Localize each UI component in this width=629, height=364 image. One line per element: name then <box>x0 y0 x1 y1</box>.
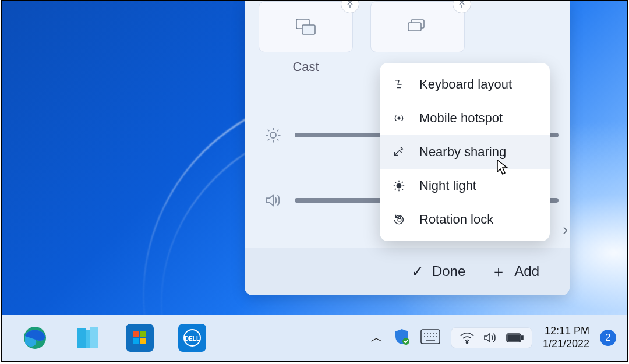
cast-tile[interactable] <box>259 1 353 52</box>
svg-rect-22 <box>508 335 520 341</box>
notifications-badge[interactable]: 2 <box>600 330 616 346</box>
menu-item-keyboard-layout[interactable]: Keyboard layout <box>380 68 550 101</box>
touch-keyboard-icon[interactable] <box>420 329 440 347</box>
menu-item-label: Night light <box>419 178 476 193</box>
microsoft-store-icon[interactable] <box>126 324 154 352</box>
plus-icon: ＋ <box>491 261 506 282</box>
unpin-project-button[interactable] <box>453 0 471 13</box>
done-label: Done <box>432 263 465 280</box>
menu-item-label: Nearby sharing <box>419 144 506 160</box>
add-button[interactable]: ＋ Add <box>491 261 539 282</box>
menu-item-night-light[interactable]: Night light <box>380 169 550 203</box>
battery-icon <box>506 333 524 343</box>
cast-tile-label: Cast <box>259 59 353 75</box>
svg-rect-23 <box>521 336 523 340</box>
svg-rect-9 <box>77 328 86 348</box>
taskbar: DELL ︿ 12:11 PM 1/21/2022 2 <box>2 315 627 361</box>
menu-item-label: Keyboard layout <box>419 77 512 92</box>
svg-rect-15 <box>140 338 146 344</box>
notifications-count: 2 <box>606 333 611 343</box>
svg-rect-13 <box>140 331 146 337</box>
quick-settings-tiles <box>259 1 556 59</box>
menu-item-mobile-hotspot[interactable]: Mobile hotspot <box>380 101 550 135</box>
edge-icon[interactable] <box>21 324 49 352</box>
project-tile[interactable] <box>370 1 465 52</box>
svg-rect-14 <box>133 338 139 344</box>
clock-time: 12:11 PM <box>543 325 589 338</box>
volume-expand-icon[interactable]: › <box>563 221 568 239</box>
taskbar-system-tray: ︿ 12:11 PM 1/21/2022 2 <box>370 325 616 350</box>
speaker-icon <box>483 331 498 344</box>
hotspot-icon <box>391 112 407 125</box>
dell-app-icon[interactable]: DELL <box>178 324 206 352</box>
menu-item-nearby-sharing[interactable]: Nearby sharing <box>380 135 550 169</box>
unpin-cast-button[interactable] <box>341 0 359 13</box>
windows-security-icon[interactable] <box>394 328 410 348</box>
files-app-icon[interactable] <box>73 324 101 352</box>
taskbar-clock[interactable]: 12:11 PM 1/21/2022 <box>543 325 589 350</box>
keyboard-layout-icon <box>391 78 407 91</box>
svg-rect-7 <box>398 218 401 221</box>
svg-text:DELL: DELL <box>185 335 200 342</box>
brightness-icon <box>264 126 282 144</box>
volume-icon <box>264 192 282 209</box>
menu-item-label: Rotation lock <box>419 212 493 227</box>
svg-rect-11 <box>90 327 98 348</box>
menu-item-label: Mobile hotspot <box>419 111 503 126</box>
window-frame: Cast › ✓ Done ＋ Add Keyboard <box>1 0 628 362</box>
svg-point-4 <box>270 132 276 138</box>
taskbar-pinned-apps: DELL <box>21 324 206 352</box>
nearby-sharing-icon <box>391 146 407 158</box>
svg-point-5 <box>398 117 400 119</box>
network-volume-battery-tray[interactable] <box>451 327 532 348</box>
clock-date: 1/21/2022 <box>543 338 589 351</box>
menu-item-rotation-lock[interactable]: Rotation lock <box>380 203 550 236</box>
add-label: Add <box>514 263 539 280</box>
rotation-lock-icon <box>391 213 407 226</box>
svg-rect-3 <box>408 23 421 31</box>
check-icon: ✓ <box>411 263 424 281</box>
svg-point-20 <box>466 341 468 343</box>
done-button[interactable]: ✓ Done <box>411 263 465 281</box>
night-light-icon <box>391 179 407 192</box>
add-menu: Keyboard layout Mobile hotspot Nearby sh… <box>380 63 550 241</box>
quick-settings-bottom-bar: ✓ Done ＋ Add <box>245 248 570 295</box>
svg-rect-1 <box>302 25 315 34</box>
tray-overflow-icon[interactable]: ︿ <box>370 329 383 347</box>
wifi-icon <box>460 331 475 344</box>
svg-point-6 <box>397 183 401 188</box>
svg-rect-12 <box>133 331 139 337</box>
